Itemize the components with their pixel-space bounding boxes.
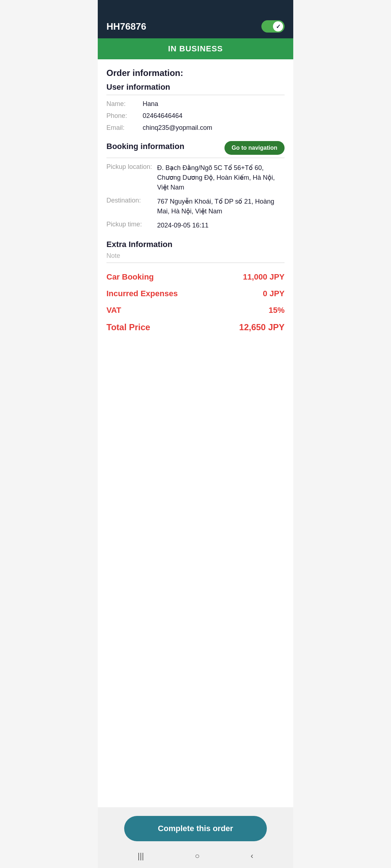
name-row: Name: Hana (106, 98, 285, 110)
business-banner: IN BUSINESS (98, 38, 293, 59)
content-area: Order information: User information Name… (98, 59, 293, 807)
booking-header: Booking information Go to navigation (106, 141, 285, 155)
divider-3 (106, 263, 285, 263)
toggle-knob (273, 21, 283, 31)
header: HH76876 (98, 14, 293, 38)
total-price-row: Total Price 12,650 JPY (106, 319, 285, 336)
email-label: Email: (106, 124, 143, 132)
vat-label: VAT (106, 306, 121, 315)
total-price-value: 12,650 JPY (239, 322, 285, 332)
pickup-location-value: Đ. Bạch Đằng/Ngõ 5C Tổ 56+Tổ 60, Chương … (157, 163, 285, 192)
name-value: Hana (143, 100, 285, 108)
car-booking-value: 11,000 JPY (243, 272, 285, 282)
extra-info-section: Extra Information Note (106, 240, 285, 263)
booking-info-title: Booking information (106, 142, 184, 151)
status-toggle[interactable] (261, 20, 285, 33)
go-to-navigation-button[interactable]: Go to navigation (224, 141, 285, 155)
nav-bar: ||| ○ ‹ (98, 847, 293, 868)
bottom-area: Complete this order (98, 807, 293, 847)
incurred-expenses-label: Incurred Expenses (106, 289, 178, 298)
car-booking-row: Car Booking 11,000 JPY (106, 269, 285, 285)
pickup-location-row: Pickup location: Đ. Bạch Đằng/Ngõ 5C Tổ … (106, 161, 285, 195)
extra-info-title: Extra Information (106, 240, 285, 249)
total-price-label: Total Price (106, 322, 150, 332)
car-booking-label: Car Booking (106, 272, 154, 282)
destination-label: Destination: (106, 197, 157, 216)
phone-label: Phone: (106, 112, 143, 120)
order-info-title: Order information: (106, 68, 285, 78)
business-banner-text: IN BUSINESS (168, 44, 223, 53)
destination-row: Destination: 767 Nguyễn Khoái, Tổ DP số … (106, 195, 285, 218)
pricing-section: Car Booking 11,000 JPY Incurred Expenses… (106, 269, 285, 336)
incurred-expenses-row: Incurred Expenses 0 JPY (106, 285, 285, 302)
complete-order-button[interactable]: Complete this order (124, 816, 267, 841)
pickup-location-label: Pickup location: (106, 163, 157, 192)
incurred-expenses-value: 0 JPY (263, 289, 285, 298)
status-bar (98, 0, 293, 14)
divider-1 (106, 95, 285, 95)
back-icon[interactable]: ‹ (251, 851, 253, 861)
email-row: Email: chinq235@yopmail.com (106, 122, 285, 134)
email-value: chinq235@yopmail.com (143, 124, 285, 132)
home-icon[interactable]: ○ (195, 851, 199, 861)
user-info-title: User information (106, 82, 285, 92)
vat-value: 15% (269, 306, 285, 315)
name-label: Name: (106, 100, 143, 108)
menu-icon[interactable]: ||| (138, 851, 144, 861)
vat-row: VAT 15% (106, 302, 285, 319)
pickup-time-row: Pickup time: 2024-09-05 16:11 (106, 218, 285, 233)
note-text: Note (106, 250, 120, 261)
pickup-time-value: 2024-09-05 16:11 (157, 221, 285, 230)
header-title: HH76876 (106, 21, 146, 32)
destination-value: 767 Nguyễn Khoái, Tổ DP số 21, Hoàng Mai… (157, 197, 285, 216)
phone-value: 02464646464 (143, 112, 285, 120)
divider-2 (106, 158, 285, 158)
pickup-time-label: Pickup time: (106, 221, 157, 230)
phone-row: Phone: 02464646464 (106, 110, 285, 122)
